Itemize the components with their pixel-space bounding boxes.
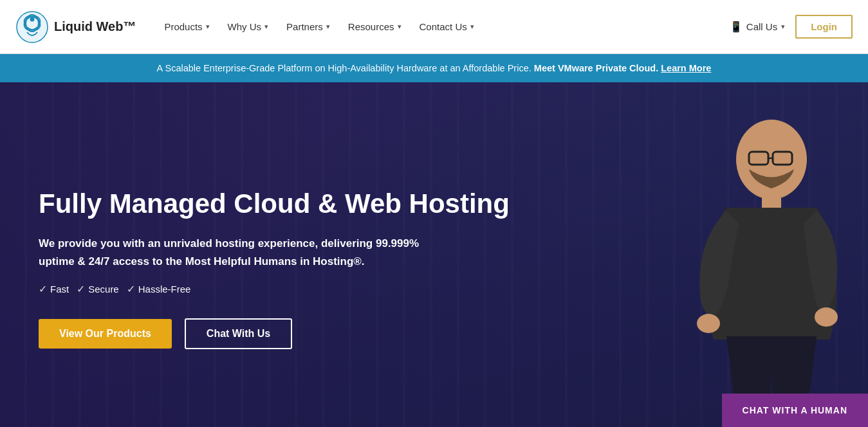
chat-human-button[interactable]: CHAT WITH A HUMAN xyxy=(722,394,868,427)
svg-point-15 xyxy=(697,314,720,333)
check-icon-fast: ✓ xyxy=(39,283,47,295)
nav-products-label: Products xyxy=(164,21,202,32)
nav-why-us-label: Why Us xyxy=(228,21,262,32)
view-products-button[interactable]: View Our Products xyxy=(39,319,172,349)
nav-partners[interactable]: Partners ▾ xyxy=(279,16,338,37)
announce-link[interactable]: Learn More xyxy=(661,63,711,73)
check-icon-hassle: ✓ xyxy=(127,283,135,295)
logo-icon xyxy=(15,10,49,44)
logo-text: Liquid Web™ xyxy=(54,19,136,34)
svg-point-16 xyxy=(815,307,838,327)
navbar: Liquid Web™ Products ▾ Why Us ▾ Partners… xyxy=(0,0,868,54)
badge-hassle-free: ✓ Hassle-Free xyxy=(127,283,191,295)
hero-title: Fully Managed Cloud & Web Hosting xyxy=(39,188,510,219)
check-icon-secure: ✓ xyxy=(77,283,85,295)
nav-contact-us-label: Contact Us xyxy=(420,21,467,32)
badge-fast-label: Fast xyxy=(50,284,69,295)
hero-subtitle: We provide you with an unrivaled hosting… xyxy=(39,235,438,269)
person-svg: Liquid Web THE MOST HELPFUL HUMANS xyxy=(649,95,868,427)
logo-link[interactable]: Liquid Web™ xyxy=(15,10,136,44)
nav-contact-us-chevron: ▾ xyxy=(470,23,474,31)
nav-partners-chevron: ▾ xyxy=(326,23,330,31)
call-us-link[interactable]: Call Us ▾ xyxy=(730,21,785,33)
call-us-label: Call Us xyxy=(746,21,777,32)
hero-content: Fully Managed Cloud & Web Hosting We pro… xyxy=(0,150,548,388)
badge-secure-label: Secure xyxy=(88,284,119,295)
hero-section: Fully Managed Cloud & Web Hosting We pro… xyxy=(0,82,868,427)
badge-fast: ✓ Fast xyxy=(39,283,69,295)
hero-person-image: Liquid Web THE MOST HELPFUL HUMANS xyxy=(649,95,868,427)
nav-right: Call Us ▾ Login xyxy=(730,15,853,39)
nav-products-chevron: ▾ xyxy=(206,23,210,31)
nav-partners-label: Partners xyxy=(286,21,323,32)
hero-badges: ✓ Fast ✓ Secure ✓ Hassle-Free xyxy=(39,283,510,295)
announce-bar: A Scalable Enterprise-Grade Platform on … xyxy=(0,54,868,82)
nav-products[interactable]: Products ▾ xyxy=(156,16,217,37)
announce-bold: Meet VMware Private Cloud. xyxy=(534,63,658,73)
nav-resources-chevron: ▾ xyxy=(398,23,402,31)
login-button[interactable]: Login xyxy=(795,15,853,39)
call-us-chevron: ▾ xyxy=(781,23,785,31)
announce-text: A Scalable Enterprise-Grade Platform on … xyxy=(157,63,531,73)
hero-buttons: View Our Products Chat With Us xyxy=(39,318,510,349)
nav-why-us[interactable]: Why Us ▾ xyxy=(220,16,277,37)
svg-point-4 xyxy=(30,17,35,21)
nav-resources-label: Resources xyxy=(348,21,394,32)
nav-resources[interactable]: Resources ▾ xyxy=(340,16,409,37)
nav-why-us-chevron: ▾ xyxy=(264,23,268,31)
chat-with-us-button[interactable]: Chat With Us xyxy=(185,318,292,349)
nav-links: Products ▾ Why Us ▾ Partners ▾ Resources… xyxy=(156,16,729,37)
nav-contact-us[interactable]: Contact Us ▾ xyxy=(412,16,482,37)
phone-icon xyxy=(730,21,743,33)
badge-hassle-label: Hassle-Free xyxy=(138,284,191,295)
badge-secure: ✓ Secure xyxy=(77,283,119,295)
